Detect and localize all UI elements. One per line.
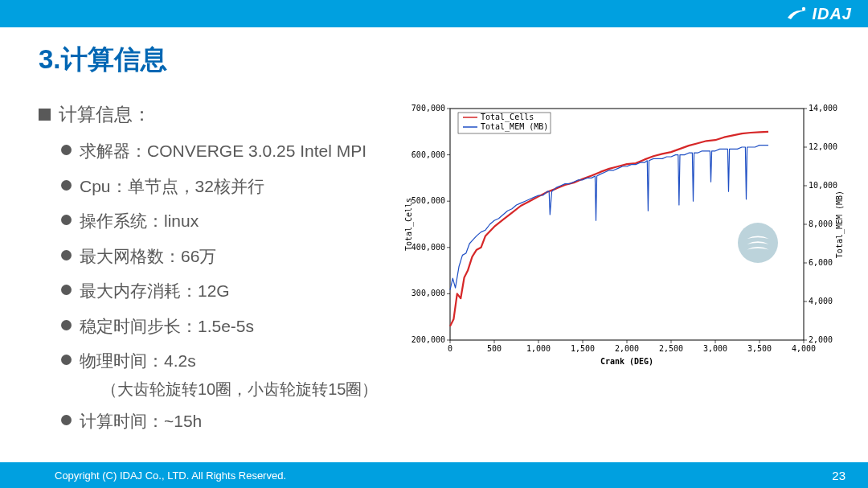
slide: IDAJ 3.计算信息 计算信息： 求解器：CONVERGE 3.0.25 In… (0, 0, 868, 488)
list-item-text: 物理时间：4.2s (80, 348, 196, 374)
svg-text:Total_Cells: Total_Cells (404, 198, 414, 251)
section-heading: 计算信息： (39, 102, 392, 127)
svg-text:4,000: 4,000 (809, 297, 833, 306)
svg-text:500,000: 500,000 (411, 196, 445, 205)
list-item: Cpu：单节点，32核并行 (61, 174, 392, 199)
svg-text:Total_MEM (MB): Total_MEM (MB) (835, 191, 845, 258)
list-item-text: 稳定时间步长：1.5e-5s (80, 314, 254, 339)
list-item-text: 操作系统：linux (80, 208, 199, 234)
footer: Copyright (C) IDAJ Co., LTD. All Rights … (0, 462, 868, 488)
brand-swoosh-icon (786, 6, 809, 21)
svg-text:1,000: 1,000 (526, 344, 551, 353)
watermark-icon (738, 223, 778, 263)
svg-text:8,000: 8,000 (809, 219, 833, 228)
left-column: 计算信息： 求解器：CONVERGE 3.0.25 Intel MPICpu：单… (39, 102, 392, 443)
list-item-text: 最大内存消耗：12G (80, 278, 230, 304)
svg-text:500: 500 (487, 344, 502, 353)
svg-text:200,000: 200,000 (411, 335, 445, 344)
svg-text:2,500: 2,500 (659, 344, 683, 353)
svg-text:4,000: 4,000 (792, 344, 816, 353)
list-item-text: 计算时间：~15h (80, 408, 202, 434)
section-label: 计算信息： (59, 102, 151, 127)
svg-text:700,000: 700,000 (411, 104, 445, 113)
svg-text:1,500: 1,500 (571, 344, 595, 353)
svg-text:10,000: 10,000 (809, 181, 837, 190)
svg-text:0: 0 (448, 344, 452, 353)
svg-text:14,000: 14,000 (809, 104, 837, 113)
page-title: 3.计算信息 (39, 42, 829, 78)
disc-bullet-icon (61, 355, 72, 365)
top-bar: IDAJ (0, 0, 868, 27)
svg-text:12,000: 12,000 (809, 142, 837, 151)
disc-bullet-icon (61, 415, 72, 425)
title-row: 3.计算信息 (0, 27, 868, 78)
list-item: 操作系统：linux (61, 208, 392, 234)
svg-text:300,000: 300,000 (411, 289, 445, 297)
chart: 05001,0001,5002,0002,5003,0003,5004,000C… (400, 102, 850, 367)
disc-bullet-icon (61, 180, 72, 191)
list-item: 最大网格数：66万 (61, 244, 392, 269)
svg-text:6,000: 6,000 (809, 258, 833, 267)
svg-text:2,000: 2,000 (615, 344, 639, 353)
body-row: 计算信息： 求解器：CONVERGE 3.0.25 Intel MPICpu：单… (0, 78, 868, 443)
svg-point-0 (802, 7, 805, 10)
svg-text:Total_MEM (MB): Total_MEM (MB) (481, 122, 548, 132)
chart-svg: 05001,0001,5002,0002,5003,0003,5004,000C… (400, 102, 850, 367)
list-item-text: 求解器：CONVERGE 3.0.25 Intel MPI (80, 138, 366, 164)
svg-text:600,000: 600,000 (411, 150, 445, 159)
paren-note: （大齿轮旋转10圈，小齿轮旋转15圈） (101, 379, 392, 400)
svg-text:Crank (DEG): Crank (DEG) (600, 357, 653, 366)
disc-bullet-icon (61, 145, 72, 155)
copyright-text: Copyright (C) IDAJ Co., LTD. All Rights … (55, 470, 286, 482)
disc-bullet-icon (61, 250, 72, 260)
svg-text:3,000: 3,000 (703, 344, 727, 353)
brand-text: IDAJ (812, 5, 852, 23)
svg-text:2,000: 2,000 (809, 335, 833, 344)
svg-text:400,000: 400,000 (411, 243, 445, 252)
disc-bullet-icon (61, 320, 72, 330)
list-item: 计算时间：~15h (61, 408, 392, 434)
svg-text:Total_Cells: Total_Cells (481, 113, 534, 122)
list-item: 最大内存消耗：12G (61, 278, 392, 304)
page-number: 23 (832, 469, 845, 482)
square-bullet-icon (39, 109, 51, 121)
list-item: 稳定时间步长：1.5e-5s (61, 314, 392, 339)
list-item: 物理时间：4.2s (61, 348, 392, 374)
right-column: 05001,0001,5002,0002,5003,0003,5004,000C… (400, 102, 852, 383)
disc-bullet-icon (61, 285, 72, 295)
bullet-list: 求解器：CONVERGE 3.0.25 Intel MPICpu：单节点，32核… (61, 138, 392, 433)
svg-text:3,500: 3,500 (747, 344, 772, 353)
list-item: 求解器：CONVERGE 3.0.25 Intel MPI (61, 138, 392, 164)
list-item-text: 最大网格数：66万 (80, 244, 216, 269)
brand-logo: IDAJ (786, 5, 852, 23)
list-item-text: Cpu：单节点，32核并行 (80, 174, 264, 199)
disc-bullet-icon (61, 215, 72, 225)
